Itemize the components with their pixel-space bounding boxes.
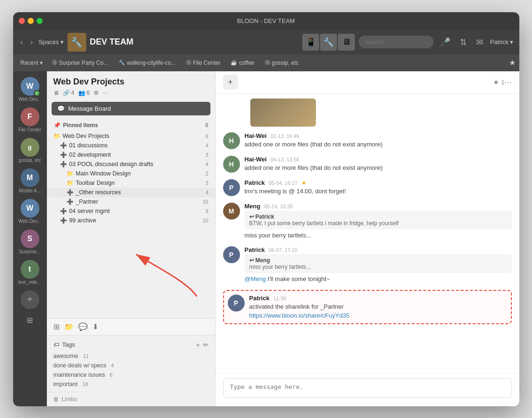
message-content: Patrick 11:39 activated the sharelink fo… (249, 295, 507, 319)
message-content: Hai-Wei 04-13, 13:56 added one or more f… (245, 156, 512, 173)
avatar: F (21, 107, 39, 126)
top-bar: ‹ › Spaces ▾ 🔧 DEV TEAM 📱 🔧 🖥 🎤 ⇅ ✉ Patr… (13, 30, 519, 54)
tree-item-discussions[interactable]: ➕ 01 discussions 4 (47, 141, 215, 150)
limbo-button[interactable]: 🗑 Limbo (47, 392, 215, 406)
panel-header: Web Dev Projects (47, 71, 215, 90)
image-preview (250, 99, 316, 127)
mention: @Meng (245, 275, 266, 282)
star-icon: ★ (301, 180, 307, 186)
folder-view-button[interactable]: 📁 (64, 322, 74, 331)
avatar: H (223, 132, 240, 149)
tab-surprise[interactable]: Ⓑ Surprise Party Co... (47, 57, 113, 68)
avatar: S (21, 229, 39, 248)
tab-filecenter[interactable]: Ⓑ File Center (181, 57, 225, 68)
minimize-button[interactable] (28, 18, 34, 24)
sidebar-item-filecenter[interactable]: F File Center (18, 106, 42, 134)
settings-icon[interactable]: ⚙ (94, 90, 99, 96)
more-options-button[interactable]: ··· (504, 77, 511, 87)
sidebar-item-test[interactable]: t test_vide... (18, 258, 42, 287)
add-button[interactable]: + (223, 75, 238, 90)
avatar: P (223, 246, 240, 263)
sort-icon[interactable]: ⇅ (457, 35, 470, 49)
tree-item-development[interactable]: ➕ 02 development 3 (47, 150, 215, 160)
tree-section: 📌 Pinned Items 0 📁 Web Dev Projects 6 ➕ … (47, 117, 215, 318)
sidebar-item-label: Surprise... (19, 249, 41, 254)
main-layout: W ✓ Web Dev... F File Center g gossip, e… (13, 71, 519, 406)
chat-header: + ★ 1 ··· (216, 71, 519, 94)
screen-share-icon: 🖥 (53, 90, 59, 96)
pin-icon: 📌 (53, 122, 60, 129)
tag-important[interactable]: important 18 (53, 380, 209, 389)
message: P Patrick 05-04, 16:17 ★ tmr's meeting i… (223, 179, 512, 196)
quoted-message: ↩ Patrick BTW, I put some berry tartlets… (245, 211, 512, 229)
sidebar-item-surprise[interactable]: S Surprise... (18, 228, 42, 256)
mail-icon[interactable]: ✉ (473, 35, 486, 49)
search-input[interactable] (359, 36, 434, 48)
tab-walking[interactable]: 🔧 walking-citylife-co... (114, 58, 180, 68)
chat-view-button[interactable]: 💬 (78, 322, 88, 331)
message-input-area (216, 373, 519, 406)
tree-item-partner[interactable]: ➕ _Partner 15 (47, 197, 215, 206)
sidebar-item-label: Mobile A... (19, 188, 41, 193)
forward-button[interactable]: › (29, 36, 35, 48)
edit-tag-button[interactable]: ✏ (203, 341, 209, 349)
team-avatar-1: 📱 (302, 34, 319, 51)
message-content: Patrick 05-04, 16:17 ★ tmr's meeting is … (245, 179, 512, 196)
chat-area[interactable]: H Hai-Wei 02-13, 16:46 added one or more… (216, 94, 519, 373)
message: M Meng 05-14, 15:35 ↩ Patrick BTW, I put… (223, 203, 512, 240)
team-logo: 🔧 (67, 33, 86, 52)
user-menu-button[interactable]: Patrick ▾ (490, 38, 513, 46)
panel-actions: 🖥 🔗 4 👥 6 ⚙ ··· (47, 90, 215, 100)
sidebar-item-webdev[interactable]: W Web Dev... (18, 197, 42, 226)
add-space-button[interactable]: + (21, 290, 39, 309)
avatar: M (21, 168, 39, 187)
tag-done-deals[interactable]: done deals w/ specs 4 (53, 361, 209, 370)
tree-item-server[interactable]: ➕ 04 server mgmt 9 (47, 206, 215, 216)
tab-coffee[interactable]: ☕ coffee (226, 58, 259, 68)
message-board-button[interactable]: 💬 Message Board (52, 102, 210, 115)
add-tag-button[interactable]: + (196, 341, 200, 349)
folder-icon: 📁 (67, 170, 74, 177)
tree-item-main-window[interactable]: 📁 Main Window Design 2 (47, 169, 215, 178)
message-content: Hai-Wei 02-13, 16:46 added one or more f… (245, 132, 512, 149)
team-avatar-2: 🔧 (320, 34, 337, 51)
trash-icon: 🗑 (53, 396, 59, 403)
left-panel: Web Dev Projects 🖥 🔗 4 👥 6 ⚙ ··· 💬 Messa… (47, 71, 216, 406)
sidebar-item-webdev-w[interactable]: W ✓ Web Dev... (18, 75, 42, 104)
sidebar-item-mobile[interactable]: M Mobile A... (18, 167, 42, 195)
grid-view-button[interactable]: ⊞ (53, 322, 60, 331)
close-button[interactable] (19, 18, 25, 24)
tag-maintenance[interactable]: maintenance issues 6 (53, 370, 209, 380)
favorites-button[interactable]: ★ (509, 58, 516, 67)
team-avatar-3: 🖥 (338, 34, 355, 51)
message: P Patrick 06-07, 17:15 ↩ Meng miss your … (223, 246, 512, 283)
download-button[interactable]: ⬇ (92, 322, 98, 331)
tab-bar: Recent ▾ Ⓑ Surprise Party Co... 🔧 walkin… (13, 54, 519, 71)
tag-awesome[interactable]: awesome 11 (53, 351, 209, 361)
tree-item-pool[interactable]: ➕ 03 POOL discused design drafts 4 (47, 160, 215, 169)
pinned-items-header: 📌 Pinned Items 0 (47, 119, 215, 131)
plus-icon: ➕ (60, 142, 67, 149)
grid-view-button[interactable]: ⊞ (21, 311, 39, 330)
share-link[interactable]: https://www.bloon.io/share/cFuyYd35 (249, 312, 350, 319)
recent-tab[interactable]: Recent ▾ (17, 58, 46, 68)
back-button[interactable]: ‹ (19, 36, 25, 48)
mic-icon[interactable]: 🎤 (437, 35, 453, 49)
fullscreen-button[interactable] (37, 18, 43, 24)
tree-item-other-resources[interactable]: ➕ _Other resources 4 (47, 188, 215, 197)
tree-item-toolbar[interactable]: 📁 Toolbar Design 3 (47, 178, 215, 188)
title-bar: BLOON - DEV TEAM (13, 12, 519, 30)
tab-gossip[interactable]: Ⓑ gossip, etc (260, 57, 303, 68)
tree-item-archive[interactable]: ➕ 99 archive 10 (47, 216, 215, 225)
sidebar-item-gossip[interactable]: g gossip, etc (18, 136, 42, 165)
spaces-button[interactable]: Spaces ▾ (38, 38, 63, 46)
tags-section: 🏷 Tags + ✏ awesome 11 done deals w/ spec… (47, 335, 215, 392)
plus-icon: ➕ (60, 152, 67, 158)
avatar: W (21, 199, 39, 218)
tag-icon: 🏷 (53, 341, 60, 348)
plus-icon: ➕ (60, 161, 67, 167)
message-input[interactable] (223, 378, 512, 398)
more-icon[interactable]: ··· (103, 90, 107, 96)
tree-item-webdev[interactable]: 📁 Web Dev Projects 6 (47, 131, 215, 141)
message-content: Meng 05-14, 15:35 ↩ Patrick BTW, I put s… (245, 203, 512, 240)
